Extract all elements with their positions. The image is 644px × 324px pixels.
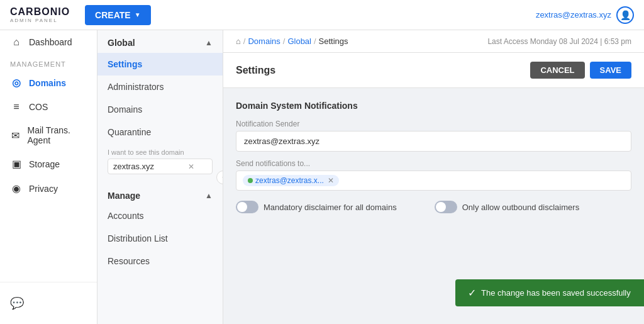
- toggle-knob: [237, 202, 247, 212]
- sidebar-item-cos[interactable]: ≡ COS: [0, 95, 97, 119]
- sidebar-item-mail-trans-agent[interactable]: ✉ Mail Trans. Agent: [0, 119, 97, 152]
- settings-title: Settings: [236, 65, 275, 76]
- breadcrumb-global[interactable]: Global: [287, 36, 311, 46]
- topbar-right: zextras@zextras.xyz 👤: [536, 6, 634, 24]
- nav-item-administrators[interactable]: Administrators: [97, 75, 223, 98]
- sidebar-item-dashboard[interactable]: ⌂ Dashboard: [0, 30, 97, 54]
- mail-icon: ✉: [10, 130, 21, 142]
- send-notifications-field: Send notifications to... zextras@zextras…: [236, 159, 631, 191]
- sidebar-bottom: 💬: [0, 282, 97, 324]
- domain-filter: I want to see this domain zextras.xyz ✕: [97, 143, 223, 179]
- toggle-label: Mandatory disclaimer for all domains: [264, 203, 397, 212]
- logo: CARBONIO ADMIN PANEL: [10, 6, 70, 23]
- breadcrumb: ⌂ / Domains / Global / Settings: [236, 36, 348, 46]
- create-label: CREATE: [95, 10, 131, 20]
- settings-actions: CANCEL SAVE: [530, 62, 631, 79]
- last-access: Last Access Monday 08 Jul 2024 | 6:53 pm: [487, 37, 631, 46]
- sidebar-item-privacy[interactable]: ◉ Privacy: [0, 176, 97, 201]
- user-avatar-icon[interactable]: 👤: [616, 6, 634, 24]
- tag-close-icon[interactable]: ✕: [328, 176, 334, 185]
- notification-sender-label: Notification Sender: [236, 120, 631, 128]
- manage-section: Manage ▲ Accounts Distribution List Reso…: [97, 184, 223, 272]
- outbound-disclaimers-toggle[interactable]: [435, 201, 457, 213]
- toast-message: The change has been saved successfully: [481, 288, 631, 298]
- breadcrumb-sep-2: /: [283, 36, 286, 46]
- nav-item-quarantine[interactable]: Quarantine: [97, 121, 223, 143]
- collapse-panel-button[interactable]: ‹: [216, 170, 223, 184]
- sidebar-item-domains[interactable]: ◎ Domains: [0, 70, 97, 95]
- notification-sender-field: Notification Sender: [236, 120, 631, 152]
- toast-notification: ✓ The change has been saved successfully: [455, 279, 644, 306]
- tag-status-dot: [248, 178, 253, 183]
- manage-title: Manage: [108, 191, 140, 201]
- domain-filter-label: I want to see this domain: [108, 148, 213, 156]
- sidebar-item-label: Dashboard: [29, 37, 72, 47]
- breadcrumb-sep-3: /: [314, 36, 316, 46]
- middle-panel-header: Global ▲: [97, 30, 223, 53]
- breadcrumb-sep-1: /: [243, 36, 246, 46]
- section-title: Domain System Notifications: [236, 101, 631, 111]
- chevron-up-icon[interactable]: ▲: [205, 38, 213, 47]
- domain-filter-close-icon[interactable]: ✕: [188, 162, 194, 171]
- sidebar-item-label: Mail Trans. Agent: [27, 125, 87, 145]
- sidebar-management-label: Management: [0, 54, 97, 70]
- tag-label: zextras@zextras.x...: [255, 176, 324, 185]
- sidebar-item-label: Domains: [29, 78, 66, 88]
- notification-tag: zextras@zextras.x... ✕: [243, 175, 339, 186]
- home-breadcrumb-icon[interactable]: ⌂: [236, 36, 241, 46]
- domain-filter-value[interactable]: zextras.xyz ✕: [108, 159, 213, 174]
- logo-sub: ADMIN PANEL: [10, 18, 58, 23]
- breadcrumb-domains[interactable]: Domains: [248, 36, 280, 46]
- chat-icon[interactable]: 💬: [0, 290, 97, 316]
- logo-text: CARBONIO: [10, 6, 70, 18]
- sidebar: ⌂ Dashboard Management ◎ Domains ≡ COS ✉…: [0, 30, 97, 324]
- nav-item-distribution-list[interactable]: Distribution List: [97, 227, 223, 250]
- nav-item-accounts[interactable]: Accounts: [97, 204, 223, 227]
- nav-item-settings[interactable]: Settings: [97, 53, 223, 75]
- toggle-label-2: Only allow outbound disclaimers: [462, 203, 579, 212]
- domain-filter-text: zextras.xyz: [113, 162, 154, 171]
- global-section-title: Global: [108, 38, 135, 48]
- sidebar-item-storage[interactable]: ▣ Storage: [0, 152, 97, 176]
- toggle-mandatory-disclaimer: Mandatory disclaimer for all domains: [236, 201, 397, 213]
- toggles-row: Mandatory disclaimer for all domains Onl…: [236, 201, 631, 213]
- topbar: CARBONIO ADMIN PANEL CREATE ▼ zextras@ze…: [0, 0, 644, 30]
- manage-chevron-up-icon[interactable]: ▲: [205, 191, 213, 200]
- settings-header: Settings CANCEL SAVE: [223, 53, 644, 88]
- sidebar-item-label: Storage: [29, 159, 60, 169]
- cos-icon: ≡: [10, 101, 23, 113]
- cancel-button[interactable]: CANCEL: [530, 62, 584, 79]
- breadcrumb-bar: ⌂ / Domains / Global / Settings Last Acc…: [223, 30, 644, 53]
- manage-header: Manage ▲: [97, 184, 223, 204]
- middle-panel: Global ▲ Settings Administrators Domains…: [97, 30, 223, 324]
- notification-sender-input[interactable]: [236, 131, 631, 152]
- privacy-icon: ◉: [10, 182, 23, 194]
- send-notifications-input[interactable]: zextras@zextras.x... ✕: [236, 170, 631, 191]
- domains-icon: ◎: [10, 77, 23, 89]
- nav-item-resources[interactable]: Resources: [97, 250, 223, 272]
- save-button[interactable]: SAVE: [590, 62, 631, 79]
- mandatory-disclaimer-toggle[interactable]: [236, 201, 258, 213]
- toggle-outbound-disclaimers: Only allow outbound disclaimers: [435, 201, 579, 213]
- toast-check-icon: ✓: [468, 287, 476, 299]
- sidebar-item-label: Privacy: [29, 184, 58, 194]
- sidebar-item-label: COS: [29, 102, 48, 112]
- user-email: zextras@zextras.xyz: [536, 10, 611, 20]
- home-icon: ⌂: [10, 36, 23, 48]
- chevron-down-icon: ▼: [135, 11, 141, 18]
- send-notifications-label: Send notifications to...: [236, 159, 631, 168]
- breadcrumb-current: Settings: [319, 36, 348, 46]
- toggle-knob-2: [436, 202, 446, 212]
- storage-icon: ▣: [10, 158, 23, 170]
- create-button[interactable]: CREATE ▼: [85, 5, 150, 25]
- nav-item-domains[interactable]: Domains: [97, 98, 223, 121]
